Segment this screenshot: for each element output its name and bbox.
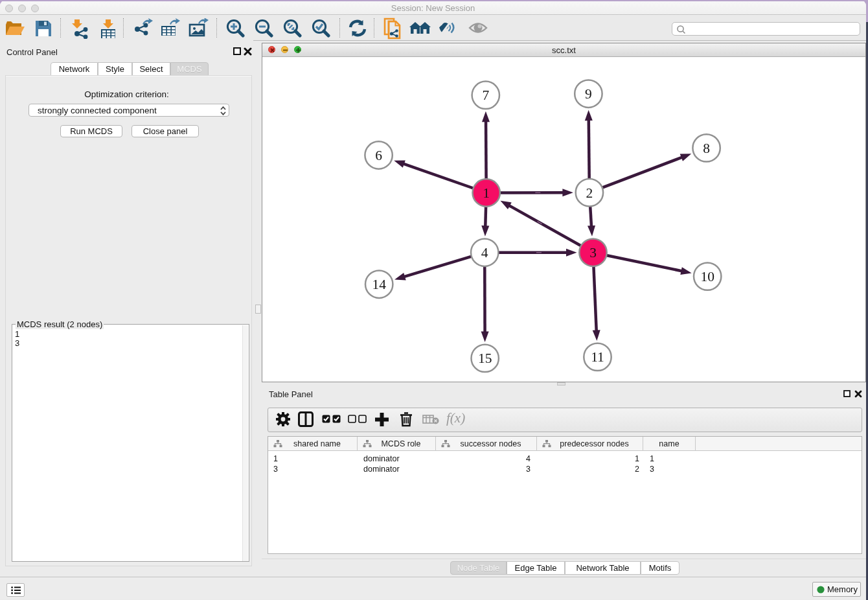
svg-text:1: 1 [483, 185, 490, 201]
svg-text:10: 10 [700, 269, 714, 284]
svg-text:15: 15 [478, 351, 492, 366]
svg-text:14: 14 [372, 277, 386, 292]
svg-text:4: 4 [481, 245, 488, 260]
svg-text:8: 8 [703, 141, 710, 156]
svg-text:2: 2 [586, 185, 593, 201]
svg-text:6: 6 [375, 148, 382, 163]
svg-text:9: 9 [585, 86, 592, 102]
svg-text:7: 7 [482, 87, 489, 103]
svg-text:3: 3 [589, 245, 597, 260]
svg-text:11: 11 [591, 349, 604, 365]
